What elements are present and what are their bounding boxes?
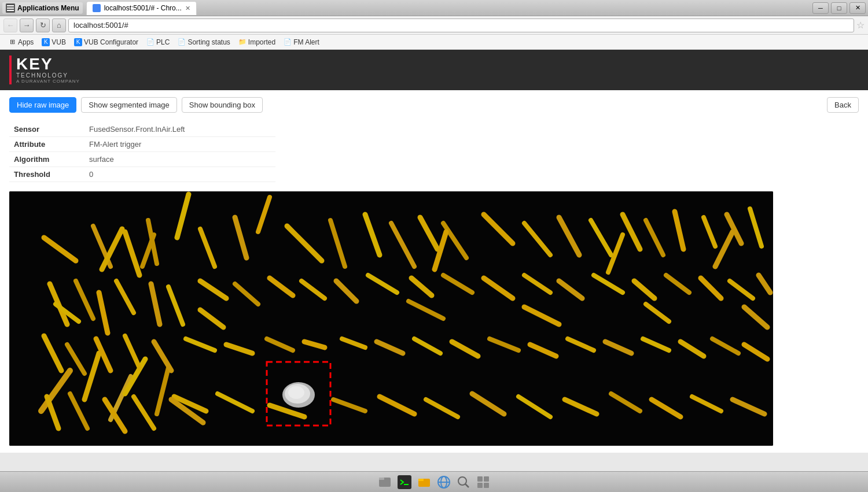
window-minimize-button[interactable]: ─ bbox=[812, 2, 829, 14]
svg-rect-125 bbox=[484, 483, 489, 488]
taskbar-folder-icon[interactable] bbox=[415, 474, 433, 490]
svg-point-120 bbox=[458, 477, 466, 485]
sensor-value: FusedSensor.Front.InAir.Left bbox=[84, 122, 275, 137]
bookmark-imported-icon: 📁 bbox=[238, 38, 247, 46]
nav-home-button[interactable]: ⌂ bbox=[52, 19, 66, 32]
taskbar bbox=[0, 471, 868, 492]
logo-key-text: KEY bbox=[16, 56, 80, 72]
browser-navbar: ← → ↻ ⌂ ☆ bbox=[0, 16, 868, 35]
bookmark-vub-icon: K bbox=[42, 38, 50, 46]
taskbar-search-icon[interactable] bbox=[455, 474, 472, 490]
attribute-value: FM-Alert trigger bbox=[84, 137, 275, 152]
window-maximize-button[interactable]: □ bbox=[831, 2, 847, 14]
info-table: Sensor FusedSensor.Front.InAir.Left Attr… bbox=[9, 122, 275, 182]
bookmark-fmalert-icon: 📄 bbox=[284, 38, 292, 46]
algorithm-label: Algorithm bbox=[9, 152, 84, 167]
bookmark-imported[interactable]: 📁 Imported bbox=[235, 37, 279, 47]
bookmark-apps-icon: ⊞ bbox=[8, 38, 16, 46]
bookmark-imported-label: Imported bbox=[248, 38, 275, 46]
svg-rect-123 bbox=[484, 476, 489, 482]
nav-forward-button[interactable]: → bbox=[20, 19, 34, 32]
app-menu-label: Applications Menu bbox=[17, 4, 79, 12]
svg-rect-124 bbox=[477, 483, 483, 488]
bookmark-vub-configurator[interactable]: K VUB Configurator bbox=[71, 37, 142, 47]
bookmark-fm-alert[interactable]: 📄 FM Alert bbox=[280, 37, 323, 47]
image-toolbar: Hide raw image Show segmented image Show… bbox=[9, 97, 859, 113]
bookmark-sorting-label: Sorting status bbox=[187, 38, 230, 46]
sensor-row: Sensor FusedSensor.Front.InAir.Left bbox=[9, 122, 275, 137]
svg-rect-1 bbox=[7, 5, 14, 6]
taskbar-files-icon[interactable] bbox=[376, 474, 393, 490]
svg-rect-2 bbox=[7, 8, 14, 9]
browser-tab[interactable]: localhost:5001/# - Chro... ✕ bbox=[86, 1, 197, 15]
bookmark-sorting-status[interactable]: 📄 Sorting status bbox=[174, 37, 233, 47]
svg-rect-112 bbox=[379, 478, 384, 480]
bookmark-star[interactable]: ☆ bbox=[856, 20, 865, 31]
logo-sub-text: A DURAVANT COMPANY bbox=[16, 79, 80, 84]
algorithm-value: surface bbox=[84, 152, 275, 167]
taskbar-manager-icon[interactable] bbox=[475, 474, 492, 490]
svg-rect-116 bbox=[418, 479, 424, 481]
bookmark-vub[interactable]: K VUB bbox=[38, 37, 69, 47]
tab-close-button[interactable]: ✕ bbox=[185, 5, 190, 12]
titlebar-left: Applications Menu localhost:5001/# - Chr… bbox=[2, 1, 197, 15]
bookmark-sorting-icon: 📄 bbox=[178, 38, 186, 46]
logo-red-bar bbox=[9, 56, 12, 84]
svg-rect-113 bbox=[398, 475, 411, 489]
url-bar[interactable] bbox=[68, 19, 854, 32]
show-bounding-box-button[interactable]: Show bounding box bbox=[182, 97, 263, 113]
bookmark-plc-label: PLC bbox=[156, 38, 170, 46]
taskbar-network-icon[interactable] bbox=[435, 474, 453, 490]
os-titlebar: Applications Menu localhost:5001/# - Chr… bbox=[0, 0, 868, 16]
show-segmented-image-button[interactable]: Show segmented image bbox=[81, 97, 176, 113]
content-area: Hide raw image Show segmented image Show… bbox=[0, 90, 868, 453]
titlebar-controls: ─ □ ✕ bbox=[812, 2, 866, 14]
hide-raw-image-button[interactable]: Hide raw image bbox=[9, 97, 76, 113]
back-button[interactable]: Back bbox=[827, 97, 859, 113]
algorithm-row: Algorithm surface bbox=[9, 152, 275, 167]
applications-menu[interactable]: Applications Menu bbox=[2, 2, 83, 14]
image-container bbox=[9, 191, 773, 446]
threshold-label: Threshold bbox=[9, 167, 84, 182]
sensor-label: Sensor bbox=[9, 122, 84, 137]
bookmark-apps-label: Apps bbox=[18, 38, 34, 46]
threshold-row: Threshold 0 bbox=[9, 167, 275, 182]
window-close-button[interactable]: ✕ bbox=[849, 2, 866, 14]
bookmark-apps[interactable]: ⊞ Apps bbox=[5, 37, 37, 47]
bookmark-vub-label: VUB bbox=[52, 38, 66, 46]
svg-line-121 bbox=[465, 484, 469, 487]
fries-image bbox=[9, 191, 773, 446]
tab-label: localhost:5001/# - Chro... bbox=[104, 4, 182, 12]
bookmark-fmalert-label: FM Alert bbox=[293, 38, 319, 46]
app-header: KEY TECHNOLOGY A DURAVANT COMPANY bbox=[0, 50, 868, 90]
nav-reload-button[interactable]: ↻ bbox=[36, 19, 50, 32]
svg-point-110 bbox=[288, 386, 304, 399]
svg-rect-122 bbox=[477, 476, 483, 482]
taskbar-terminal-icon[interactable] bbox=[396, 474, 413, 490]
logo-container: KEY TECHNOLOGY A DURAVANT COMPANY bbox=[16, 56, 80, 84]
nav-back-button[interactable]: ← bbox=[3, 19, 17, 32]
svg-rect-3 bbox=[7, 10, 14, 11]
attribute-label: Attribute bbox=[9, 137, 84, 152]
bookmark-plc-icon: 📄 bbox=[146, 38, 155, 46]
bookmark-plc[interactable]: 📄 PLC bbox=[143, 37, 173, 47]
attribute-row: Attribute FM-Alert trigger bbox=[9, 137, 275, 152]
threshold-value: 0 bbox=[84, 167, 275, 182]
logo-technology-text: TECHNOLOGY bbox=[16, 72, 80, 79]
bookmark-vubconfig-icon: K bbox=[74, 38, 82, 46]
bookmark-vubconfig-label: VUB Configurator bbox=[84, 38, 138, 46]
app-menu-icon bbox=[6, 3, 15, 13]
bookmarks-bar: ⊞ Apps K VUB K VUB Configurator 📄 PLC 📄 … bbox=[0, 35, 868, 50]
tab-favicon bbox=[93, 4, 101, 12]
